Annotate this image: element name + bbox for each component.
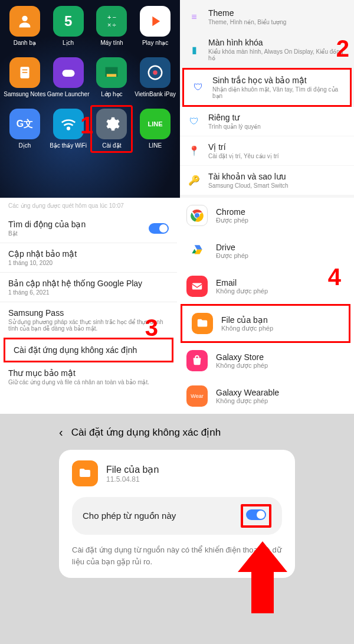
app-samsung-notes[interactable]: Samsung Notes [4, 57, 46, 98]
setting-biometrics-security[interactable]: 🛡Sinh trắc học và bảo mậtNhận diện khuôn… [182, 68, 352, 107]
svg-rect-3 [22, 72, 28, 73]
svg-point-9 [67, 128, 70, 130]
svg-point-8 [153, 70, 158, 75]
toggle-highlight [241, 504, 271, 528]
svg-rect-4 [62, 70, 74, 77]
galaxy-wearable-icon: Wear [186, 385, 208, 407]
app-settings[interactable]: Cài đặt [90, 105, 133, 153]
setting-secure-folder[interactable]: Thư mục bảo mật Giữ các ứng dụng và file… [0, 362, 177, 391]
shield-icon: 🛡 [192, 81, 204, 93]
chrome-icon [186, 205, 208, 226]
app-play-music[interactable]: Play nhạc [134, 6, 176, 47]
allow-from-source-label: Cho phép từ nguồn này [83, 511, 176, 521]
app-version: 11.5.04.81 [106, 475, 159, 483]
app-row-galaxy-store[interactable]: Galaxy StoreKhông được phép [177, 343, 354, 378]
app-calendar[interactable]: 5Lịch [47, 6, 90, 47]
galaxy-store-icon [186, 350, 208, 371]
page-title: Cài đặt ứng dụng không xác định [71, 426, 221, 439]
app-translate[interactable]: G文Dịch [4, 109, 46, 149]
line-icon: LINE [140, 109, 171, 139]
setting-location[interactable]: 📍Vị tríCài đặt vị trí, Yêu cầu vị trí [180, 136, 354, 165]
svg-rect-12 [192, 283, 202, 290]
setting-privacy[interactable]: 🛡Riêng tưTrình quản lý quyền [180, 107, 354, 136]
privacy-icon: 🛡 [188, 116, 200, 128]
app-row-drive[interactable]: DriveĐược phép [177, 233, 354, 269]
setting-security-update[interactable]: Cập nhật bảo mật 1 tháng 10, 2020 [0, 243, 177, 273]
folder-icon [72, 460, 98, 486]
setting-accounts-backup[interactable]: 🔑Tài khoản và sao lưuSamsung Cloud, Smar… [180, 166, 354, 195]
app-classroom[interactable]: Lớp học [90, 57, 133, 98]
app-row-galaxy-wearable[interactable]: WearGalaxy WearableKhông được phép [177, 378, 354, 414]
app-game-launcher[interactable]: Game Launcher [47, 57, 90, 98]
notes-icon [9, 57, 40, 88]
app-drawer-panel: Danh bạ 5Lịch +−×÷Máy tính Play nhạc Sam… [0, 0, 180, 198]
translate-icon: G文 [9, 109, 40, 139]
classroom-icon [96, 57, 127, 88]
contacts-icon [9, 6, 40, 37]
app-row-chrome[interactable]: ChromeĐược phép [177, 198, 354, 233]
step-1-marker: 1 [80, 112, 93, 139]
svg-rect-2 [22, 70, 28, 71]
allow-from-source-toggle[interactable] [246, 509, 266, 520]
app-vietinbank[interactable]: VietinBank iPay [134, 57, 176, 98]
drive-icon [186, 240, 208, 261]
backup-icon: 🔑 [188, 175, 200, 187]
setting-install-unknown-apps[interactable]: Cài đặt ứng dụng không xác định [4, 338, 173, 362]
unknown-apps-list-panel: ChromeĐược phép DriveĐược phép EmailKhôn… [177, 198, 354, 414]
settings-list-panel: ≡ThemeTheme, Hình nền, Biểu tượng ▮Màn h… [180, 0, 354, 198]
install-unknown-detail-panel: ‹ Cài đặt ứng dụng không xác định File c… [0, 414, 354, 613]
step-2-marker: 2 [336, 35, 349, 62]
step-4-marker: 4 [328, 264, 341, 290]
back-button[interactable]: ‹ [59, 426, 63, 439]
setting-theme[interactable]: ≡ThemeTheme, Hình nền, Biểu tượng [180, 2, 354, 31]
app-calculator[interactable]: +−×÷Máy tính [90, 6, 133, 47]
setting-lockscreen[interactable]: ▮Màn hình khóaKiểu khóa màn hình, Always… [180, 32, 354, 67]
step-3-marker: 3 [145, 315, 158, 341]
theme-icon: ≡ [188, 11, 200, 23]
play-music-icon [140, 6, 171, 37]
setting-find-my-mobile[interactable]: Tìm di động của bạn Bật [0, 214, 177, 243]
game-launcher-icon [53, 57, 84, 88]
folder-icon [192, 313, 213, 334]
svg-point-0 [22, 16, 27, 21]
vietinbank-icon [140, 57, 171, 88]
find-my-mobile-toggle[interactable] [149, 223, 169, 234]
app-contacts[interactable]: Danh bạ [4, 6, 46, 47]
app-line[interactable]: LINELINE [134, 109, 176, 149]
lock-icon: ▮ [188, 44, 200, 55]
scan-status: Các ứng dụng được quét hôm qua lúc 10:07 [0, 198, 177, 214]
email-icon [186, 276, 208, 297]
wifi-icon [53, 109, 84, 139]
security-settings-panel: Các ứng dụng được quét hôm qua lúc 10:07… [0, 198, 177, 414]
app-title: File của bạn [106, 464, 159, 475]
svg-rect-6 [107, 74, 116, 77]
calendar-icon: 5 [53, 6, 84, 37]
setting-google-play-update[interactable]: Bản cập nhật hệ thống Google Play 1 thán… [0, 273, 177, 302]
calculator-icon: +−×÷ [96, 6, 127, 37]
app-row-my-files[interactable]: File của bạnKhông được phép [181, 304, 350, 343]
gear-icon [96, 109, 127, 139]
location-icon: 📍 [188, 145, 200, 157]
